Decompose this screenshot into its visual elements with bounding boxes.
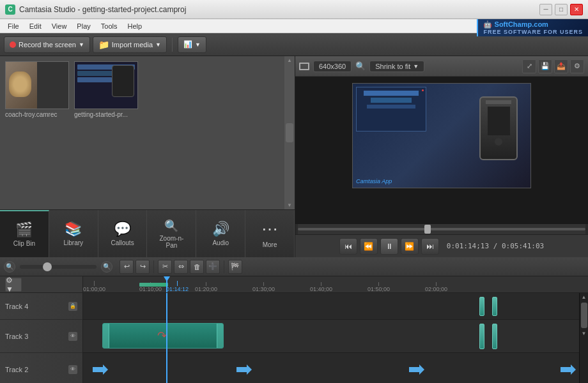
preview-bar3	[367, 105, 415, 109]
ruler-label: 01:50;00	[368, 286, 390, 292]
pause-button[interactable]: ⏸	[380, 238, 398, 255]
tab-clip-bin-label: Clip Bin	[13, 240, 35, 247]
scrubber-thumb[interactable]	[424, 225, 431, 234]
clip-item[interactable]: getting-started-pr...	[74, 61, 138, 118]
preview-icon-3[interactable]: 📤	[554, 59, 568, 73]
tab-zoom-pan[interactable]: 🔍 Zoom-n-Pan	[147, 210, 196, 257]
zoom-thumb[interactable]	[43, 262, 52, 271]
timeline-search[interactable]: 🔍	[4, 261, 15, 273]
vscroll-up[interactable]: ▲	[580, 293, 588, 301]
undo-button[interactable]: ↩	[120, 260, 134, 274]
time-display: 0:01:14;13 / 0:05:41:03	[447, 242, 544, 250]
marker-button[interactable]: 🏁	[228, 260, 242, 274]
tab-more-label: More	[263, 241, 277, 248]
delete-button[interactable]: 🗑	[190, 260, 204, 274]
tab-bar: 🎬 Clip Bin 📚 Library 💬 Callouts 🔍 Zoom-n…	[0, 209, 295, 257]
preview-scrubber[interactable]	[298, 224, 585, 234]
softchamp-tagline: FREE SOFTWARE FOR USERS	[483, 29, 583, 35]
preview-controls: ⏮ ⏪ ⏸ ⏩ ⏭ 0:01:14;13 / 0:05:41:03	[295, 234, 588, 257]
track-3-clip-2[interactable]	[479, 324, 484, 349]
preview-icon-4[interactable]: ⚙	[570, 59, 584, 73]
clip-scrollbar[interactable]: ▲ ▼	[284, 56, 295, 209]
timeline-toolbar: 🔍 🔍 ↩ ↪ ✂ ⇔ 🗑 ➕ 🏁	[0, 257, 588, 276]
clip-bin-icon: 🎬	[15, 222, 33, 238]
track-2-controls: 👁	[68, 365, 77, 374]
split-button[interactable]: ⇔	[174, 260, 188, 274]
zoom-slider[interactable]	[20, 265, 97, 269]
ruler-mark: 01:40;00	[310, 282, 332, 292]
settings-gear-button[interactable]: ⚙ ▼	[5, 278, 22, 292]
top-toolbar: Record the screen ▼ 📁 Import media ▼ 📊 ▼	[0, 33, 588, 56]
preview-icon-2[interactable]: 💾	[538, 59, 552, 73]
scroll-down-icon[interactable]: ▼	[287, 202, 292, 208]
track-3-clip-3[interactable]	[492, 324, 497, 349]
scroll-thumb[interactable]	[286, 123, 293, 142]
tab-library[interactable]: 📚 Library	[49, 210, 98, 257]
track-2-marker-3[interactable]	[409, 364, 424, 375]
record-label: Record the screen	[19, 41, 76, 49]
tab-audio[interactable]: 🔊 Audio	[196, 210, 245, 257]
forward-end-button[interactable]: ⏭	[421, 238, 439, 255]
minimize-button[interactable]: ─	[539, 4, 552, 15]
track-2-mute-button[interactable]: 👁	[68, 365, 77, 374]
import-button[interactable]: 📁 Import media ▼	[93, 36, 167, 53]
track-3-mute-button[interactable]: 👁	[68, 332, 77, 341]
title-bar: C Camtasia Studio - getting-started-proj…	[0, 0, 588, 19]
rewind-button[interactable]: ⏪	[360, 238, 378, 255]
tracks-timeline[interactable]: ↷	[83, 293, 579, 383]
tab-clip-bin[interactable]: 🎬 Clip Bin	[0, 210, 49, 257]
track-4-clip-1[interactable]	[479, 297, 484, 316]
menu-tools[interactable]: Tools	[96, 21, 123, 31]
monitor-icon	[299, 63, 309, 70]
scroll-up-icon[interactable]: ▲	[287, 57, 292, 63]
close-button[interactable]: ✕	[570, 4, 583, 15]
add-button[interactable]: ➕	[206, 260, 220, 274]
cut-button[interactable]: ✂	[158, 260, 172, 274]
menu-view[interactable]: View	[47, 21, 72, 31]
clip-end-handle[interactable]	[217, 324, 223, 348]
track-3-clip[interactable]: ↷	[102, 323, 224, 349]
track-2-row	[83, 353, 579, 383]
extra-button[interactable]: 📊 ▼	[178, 36, 206, 53]
timeline-section: 🔍 🔍 ↩ ↪ ✂ ⇔ 🗑 ➕ 🏁 ⚙ ▼	[0, 257, 588, 383]
menu-play[interactable]: Play	[72, 21, 95, 31]
track-4-clip-2[interactable]	[492, 297, 497, 316]
clip-item[interactable]: coach-troy.camrec	[5, 61, 69, 118]
track-2-marker-1[interactable]	[93, 364, 108, 375]
record-button[interactable]: Record the screen ▼	[4, 36, 90, 53]
svg-marker-1	[236, 364, 252, 375]
toolbar-separator	[172, 38, 173, 52]
vscroll-down[interactable]: ▼	[580, 329, 588, 338]
title-left: C Camtasia Studio - getting-started-proj…	[5, 4, 186, 15]
preview-canvas: Camtasia App	[295, 77, 588, 224]
timeline-search-right[interactable]: 🔍	[101, 261, 112, 273]
playhead-line	[166, 276, 167, 292]
clip-start-handle[interactable]	[103, 324, 109, 348]
preview-size-button[interactable]: 640x360	[313, 61, 352, 72]
tab-more[interactable]: ⋯ More	[245, 210, 295, 257]
vscroll-thumb[interactable]	[581, 303, 587, 328]
callouts-icon: 💬	[114, 221, 131, 237]
preview-phone	[479, 96, 518, 160]
maximize-button[interactable]: □	[555, 4, 568, 15]
menu-edit[interactable]: Edit	[24, 21, 47, 31]
shrink-to-fit-button[interactable]: Shrink to fit ▼	[369, 61, 424, 72]
ruler-label: 01:30;00	[252, 286, 275, 292]
track-vscroll[interactable]: ▲ ▼	[579, 293, 588, 383]
track-4-lock-button[interactable]: 🔒	[68, 302, 77, 311]
ruler-label: 01:10;00	[139, 286, 162, 292]
menu-file[interactable]: File	[3, 21, 24, 31]
menu-help[interactable]: Help	[122, 21, 147, 31]
clip-screen-bg	[75, 62, 137, 109]
track-2-marker-4[interactable]	[561, 364, 576, 375]
tab-callouts[interactable]: 💬 Callouts	[98, 210, 148, 257]
shrink-dropdown-icon: ▼	[413, 63, 419, 70]
redo-button[interactable]: ↪	[135, 260, 150, 274]
track-3-label: Track 3 👁	[0, 320, 82, 353]
preview-icon-1[interactable]: ⤢	[522, 59, 536, 73]
rewind-start-button[interactable]: ⏮	[339, 238, 357, 255]
ruler-label: 01:14:12	[166, 286, 189, 292]
track-2-marker-2[interactable]	[236, 364, 252, 375]
forward-button[interactable]: ⏩	[401, 238, 419, 255]
ruler-line	[94, 281, 95, 286]
